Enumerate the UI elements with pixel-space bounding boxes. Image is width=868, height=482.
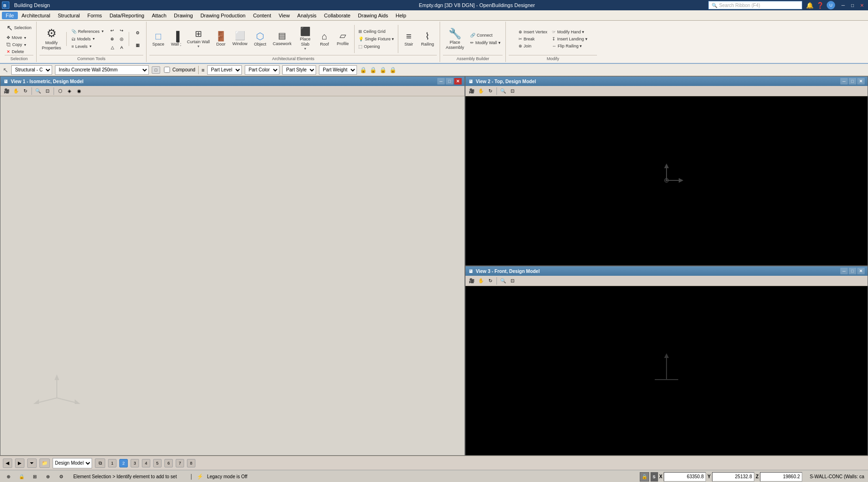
view1-maximize-btn[interactable]: □ [446,78,453,85]
door-btn[interactable]: 🚪 Door [213,29,229,48]
page-6-btn[interactable]: 6 [164,459,173,467]
notification-icon[interactable]: 🔔 [806,2,814,9]
view2-minimize-btn[interactable]: ─ [840,78,848,85]
tool5-btn[interactable]: ▦ [132,39,143,51]
view2-close-btn[interactable]: ✕ [857,78,865,85]
view2-maximize-btn[interactable]: □ [849,78,856,85]
menu-content[interactable]: Content [249,12,275,19]
menu-drawing-aids[interactable]: Drawing Aids [354,12,392,19]
vt3-fit-btn[interactable]: ⊡ [508,277,517,285]
snap-btn[interactable]: ⊕ [108,35,116,43]
user-icon[interactable]: U [827,1,835,9]
settings-btn[interactable]: ⚙ [132,27,143,39]
copy-views-btn[interactable]: ⧉ [95,459,105,468]
window-btn[interactable]: ⬜ Window [230,30,250,47]
models-btn[interactable]: 🗂 Models ▼ [70,36,106,42]
snap-settings-icon[interactable]: ⚙ [56,472,66,482]
object-btn[interactable]: ⬡ Object [251,29,270,48]
menu-help[interactable]: Help [392,12,410,19]
vt1-render-btn[interactable]: ◉ [75,87,83,95]
place-assembly-btn[interactable]: 🔧 PlaceAssembly [443,26,466,52]
close-btn[interactable]: ✕ [858,1,866,9]
menu-view[interactable]: View [275,12,294,19]
search-box[interactable]: 🔍 Search Ribbon (F4) [708,1,802,9]
undo-btn[interactable]: ↩ [108,27,116,34]
casework-btn[interactable]: ▤ Casework [271,30,294,47]
railing-btn[interactable]: ⌇ Railing [418,29,437,48]
page-1-btn[interactable]: 1 [108,459,116,467]
vt1-zoom-btn[interactable]: 🔍 [34,87,42,95]
tool3-btn[interactable]: △ [108,44,116,51]
tool2-btn[interactable]: ◎ [117,35,126,43]
place-slab-btn[interactable]: ⬛ PlaceSlab ▼ [295,25,316,53]
view3-canvas[interactable] [465,286,868,455]
selection-btn[interactable]: ↖ Selection [5,23,33,33]
move-btn[interactable]: ✥ Move ▼ [5,34,29,41]
open-file-btn[interactable]: 📁 [39,459,50,468]
menu-drawing-production[interactable]: Drawing Production [197,12,249,19]
part-color-select[interactable]: Part Color [245,65,279,75]
structural-type-select[interactable]: Structural - C [11,65,52,75]
single-fixture-btn[interactable]: 💡 Single Fixture ▾ [356,36,396,42]
model-select[interactable]: Design Model [53,458,92,468]
page-3-btn[interactable]: 3 [131,459,139,467]
part-level-select[interactable]: Part Level [207,65,242,75]
references-btn[interactable]: 📎 References ▼ [70,28,106,35]
vt2-zoom-btn[interactable]: 🔍 [499,87,507,95]
modify-properties-btn[interactable]: ⚙ ModifyProperties [39,25,63,52]
insert-landing-btn[interactable]: ↧ Insert Landing ▾ [550,36,589,42]
wall-type-select[interactable]: Insitu Concrete Wall 250mm [55,65,149,75]
curtain-wall-btn[interactable]: ⊞ Curtain Wall ▼ [185,28,212,50]
stair-btn[interactable]: ≡ Stair [400,29,417,48]
view1-close-btn[interactable]: ✕ [454,78,462,85]
vt1-rotate-btn[interactable]: ↻ [21,87,30,95]
vt3-zoom-btn[interactable]: 🔍 [499,277,507,285]
levels-btn[interactable]: ≡ Levels ▼ [70,43,106,50]
menu-data-reporting[interactable]: Data/Reporting [106,12,148,19]
minimize-btn[interactable]: ─ [839,1,847,9]
grid-toggle-icon[interactable]: ⊞ [30,472,39,482]
vt3-camera-btn[interactable]: 🎥 [467,277,476,285]
lock-toggle-icon[interactable]: 🔒 [17,472,26,482]
model-history-btn[interactable]: ⏷ [27,459,37,468]
vt2-camera-btn[interactable]: 🎥 [467,87,476,95]
vt1-fit-btn[interactable]: ⊡ [43,87,52,95]
opening-btn[interactable]: ⬚ Opening [356,43,396,50]
x-input[interactable]: 63350.8 [664,472,706,482]
view1-minimize-btn[interactable]: ─ [437,78,445,85]
view1-canvas[interactable] [0,96,465,455]
copy-btn[interactable]: ⿻ Copy ▼ [5,41,29,48]
view1-controls[interactable]: ─ □ ✕ [437,78,462,85]
menu-structural[interactable]: Structural [54,12,84,19]
vt1-shade-btn[interactable]: ◈ [65,87,74,95]
page-5-btn[interactable]: 5 [153,459,162,467]
part-style-select[interactable]: Part Style [282,65,316,75]
menu-architectural[interactable]: Architectural [18,12,54,19]
view3-maximize-btn[interactable]: □ [849,268,856,274]
tool4-btn[interactable]: A [117,44,126,51]
vt2-fit-btn[interactable]: ⊡ [508,87,517,95]
menu-forms[interactable]: Forms [84,12,106,19]
profile-btn[interactable]: ▱ Profile [333,30,352,47]
break-btn[interactable]: ✂ Break [517,36,550,42]
view2-canvas[interactable] [465,96,868,265]
vt2-rotate-btn[interactable]: ↻ [486,87,495,95]
compound-checkbox[interactable] [164,67,170,73]
menu-analysis[interactable]: Analysis [294,12,320,19]
insert-vertex-btn[interactable]: ⊕ Insert Vertex [517,29,550,35]
menu-collaborate[interactable]: Collaborate [320,12,354,19]
history-back-btn[interactable]: ◀ [3,459,12,468]
menu-file[interactable]: File [2,12,18,19]
vt3-pan-btn[interactable]: ✋ [477,277,485,285]
page-2-btn[interactable]: 2 [119,459,128,467]
toggle-square-btn[interactable]: □ [152,66,160,74]
vt2-pan-btn[interactable]: ✋ [477,87,485,95]
redo-btn[interactable]: ↪ [117,27,126,34]
flip-railing-btn[interactable]: ↔ Flip Railing ▾ [550,43,589,49]
delete-btn[interactable]: ✕ Delete [5,48,29,55]
coord-lock-icon[interactable]: 🔒 [640,472,649,482]
window-controls[interactable]: ─ □ ✕ [839,1,866,9]
modify-wall-btn[interactable]: ✏ Modify Wall ▾ [468,39,503,46]
view3-minimize-btn[interactable]: ─ [840,268,848,274]
connect-btn[interactable]: 🔗 Connect [468,32,503,39]
